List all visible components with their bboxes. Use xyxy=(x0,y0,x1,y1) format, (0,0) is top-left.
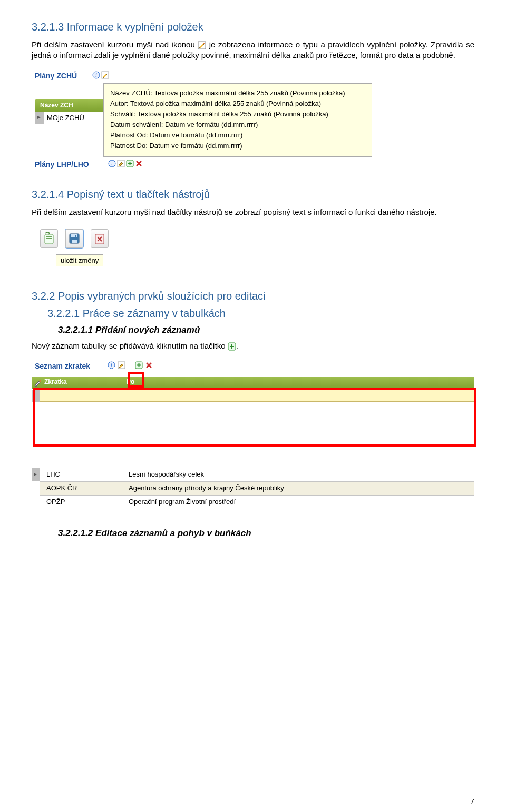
cell-zkratka: AOPK ČR xyxy=(46,484,77,492)
svg-text:i: i xyxy=(111,161,113,166)
para-3213: Při delším zastavení kurzoru myši nad ik… xyxy=(32,39,474,61)
edit-icon[interactable] xyxy=(101,71,109,79)
table-row[interactable]: OPŽP Operační program Životní prostředí xyxy=(40,496,474,509)
new-row[interactable] xyxy=(40,389,474,402)
tooltip-line: Schválil: Textová položka maximální délk… xyxy=(110,109,365,120)
row-selector-icon[interactable]: ▸ xyxy=(32,468,40,481)
heading-32212: 3.2.2.1.2 Editace záznamů a pohyb v buňk… xyxy=(58,528,474,539)
svg-rect-22 xyxy=(40,380,41,382)
panel-title-seznam-zkratek[interactable]: Seznam zkratek xyxy=(35,362,90,370)
cell-zkratka: OPŽP xyxy=(46,498,65,506)
edit-icon[interactable] xyxy=(117,160,125,167)
info-edit-icon xyxy=(198,41,206,49)
discard-button[interactable] xyxy=(91,229,109,248)
add-icon[interactable] xyxy=(135,361,143,369)
heading-3213: 3.2.1.3 Informace k vyplnění položek xyxy=(32,21,474,33)
para-32211-after: . xyxy=(236,341,238,350)
panel-toolbar-zchu: i xyxy=(92,71,109,79)
heading-322: 3.2.2 Popis vybraných prvků sloužících p… xyxy=(32,290,474,302)
table-row[interactable]: AOPK ČR Agentura ochrany přírody a kraji… xyxy=(40,482,474,496)
cell-popis: Agentura ochrany přírody a krajiny České… xyxy=(129,484,284,492)
delete-icon[interactable] xyxy=(135,160,143,167)
heading-32211: 3.2.2.1.1 Přidání nových záznamů xyxy=(58,325,474,335)
tooltip-line: Platnost Od: Datum ve formátu (dd.mm.rrr… xyxy=(110,130,365,141)
refresh-button[interactable] xyxy=(40,229,58,248)
para-32211-before: Nový záznam tabulky se přidávává kliknut… xyxy=(32,341,228,350)
screenshot-seznam-zkratek: Seznam zkratek i Zkratka Po ▸ LHC Lesní … xyxy=(32,360,474,512)
svg-rect-10 xyxy=(46,236,52,237)
edit-icon[interactable] xyxy=(118,361,125,369)
heading-3221: 3.2.2.1 Práce se záznamy v tabulkách xyxy=(47,308,474,320)
heading-3214: 3.2.1.4 Popisný text u tlačítek nástrojů xyxy=(32,189,474,201)
row-selector-icon[interactable] xyxy=(35,112,44,124)
delete-icon[interactable] xyxy=(145,361,153,369)
svg-text:i: i xyxy=(111,362,112,368)
column-popis: Po xyxy=(126,378,134,385)
panel-title-plany-lhp[interactable]: Plány LHP/LHO xyxy=(35,160,89,169)
tooltip-line: Autor: Textová položka maximální délka 2… xyxy=(110,98,365,109)
info-icon[interactable]: i xyxy=(108,160,116,167)
column-zkratka: Zkratka xyxy=(44,378,67,385)
svg-rect-13 xyxy=(71,234,77,237)
toolbar-tooltip: uložit změny xyxy=(56,254,103,266)
cell-value: MOje ZCHÚ xyxy=(47,114,84,122)
add-icon xyxy=(228,342,236,351)
cell-zkratka: LHC xyxy=(46,470,60,478)
panel-toolbar-lhp: i xyxy=(108,160,143,167)
field-info-tooltip: Název ZCHÚ: Textová položka maximální dé… xyxy=(103,83,372,157)
svg-rect-14 xyxy=(72,240,77,243)
table-row[interactable]: ▸ LHC Lesní hospodářský celek xyxy=(40,468,474,482)
info-icon[interactable]: i xyxy=(92,71,100,79)
table-header: Zkratka Po xyxy=(32,377,474,389)
screenshot-toolbar-tooltip: uložit změny xyxy=(32,226,142,274)
panel-title-plany-zchu[interactable]: Plány ZCHÚ xyxy=(35,72,77,80)
svg-rect-15 xyxy=(75,235,76,237)
cell-popis: Operační program Životní prostředí xyxy=(129,498,236,506)
info-icon[interactable]: i xyxy=(108,361,115,369)
svg-rect-1 xyxy=(203,43,205,44)
svg-text:i: i xyxy=(95,72,97,78)
para-3214: Při delším zastavení kurzoru myši nad tl… xyxy=(32,207,474,217)
tooltip-line: Platnost Do: Datum ve formátu (dd.mm.rrr… xyxy=(110,141,365,151)
svg-rect-11 xyxy=(46,238,52,239)
add-icon[interactable] xyxy=(126,160,134,167)
tooltip-line: Název ZCHÚ: Textová položka maximální dé… xyxy=(110,88,365,98)
row-selector-icon[interactable] xyxy=(32,390,40,402)
screenshot-tooltip-plans: Plány ZCHÚ i Název ZCH MOje ZCHÚ Název Z… xyxy=(32,70,432,173)
tooltip-line: Datum schválení: Datum ve formátu (dd.mm… xyxy=(110,120,365,130)
para-32211: Nový záznam tabulky se přidávává kliknut… xyxy=(32,341,474,351)
save-button[interactable] xyxy=(65,229,83,248)
cell-popis: Lesní hospodářský celek xyxy=(129,470,204,478)
column-edit-icon[interactable] xyxy=(34,379,42,387)
para-3213-before: Při delším zastavení kurzoru myši nad ik… xyxy=(32,40,195,49)
